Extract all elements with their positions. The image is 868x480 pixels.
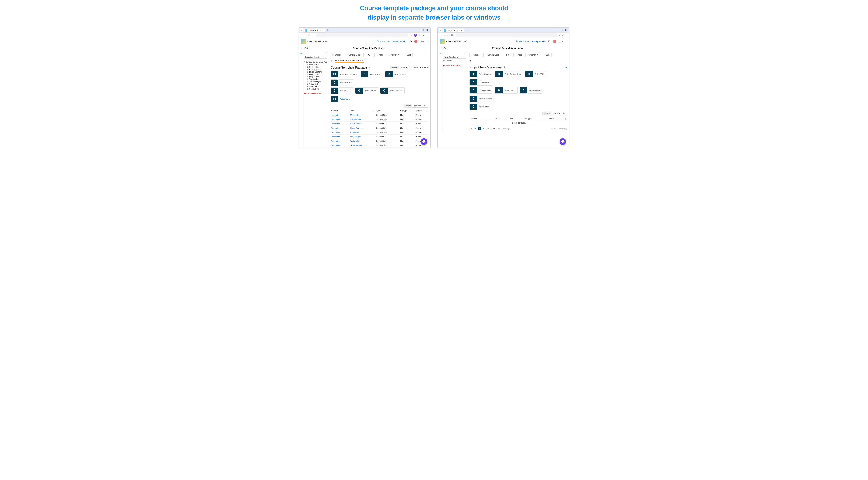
cell-task[interactable]: Basic Content (350, 123, 362, 125)
col-subtype[interactable]: Subtype⋮ (524, 116, 548, 121)
crumb-active[interactable]: 🗁 Course Template Package ✕ (335, 58, 364, 63)
pager-current[interactable]: 0 (478, 127, 481, 130)
cell-task[interactable]: Textbox Right (350, 144, 362, 146)
col-subtype[interactable]: Subtype⋮ (400, 109, 415, 113)
tree-item[interactable]: 🗎Image Left (304, 73, 327, 75)
browser-tab[interactable]: Course Builder ✕ (442, 29, 464, 32)
site-info-icon[interactable]: ⇆ (312, 34, 314, 37)
table-row[interactable]: TemplatesListed ContentContent SlideN/AA… (331, 126, 428, 130)
back-icon[interactable]: ← (300, 34, 303, 37)
stat-card[interactable]: 0Active Tasks (469, 104, 492, 110)
profile-chip[interactable]: A (414, 34, 417, 37)
extensions-icon[interactable]: ⧉ (419, 34, 420, 36)
tab-close-icon[interactable]: ✕ (322, 29, 323, 32)
col-menu-icon[interactable]: ⋮ (564, 117, 566, 120)
address-bar[interactable] (455, 33, 557, 37)
add-pdf-button[interactable]: +PDF (363, 53, 373, 57)
filter-active[interactable]: Active (404, 104, 412, 107)
col-chapter[interactable]: Chapter⋮ (469, 116, 493, 121)
cell-chapter[interactable]: Templates (331, 118, 340, 121)
close-window-icon[interactable]: ✕ (565, 29, 567, 31)
add-chapter-button[interactable]: +Chapter (331, 53, 343, 57)
add-video-button[interactable]: +Video (513, 53, 524, 57)
refresh-icon[interactable]: ⟳ (439, 53, 441, 55)
menu-icon[interactable]: ⋮ (427, 34, 429, 36)
whats-this-link[interactable]: ⓘWhat's This? (516, 40, 529, 43)
stat-card[interactable]: 0Active Questions (380, 88, 405, 94)
browser-tab[interactable]: Course Builder ✕ (304, 29, 325, 32)
cell-task[interactable]: Image Right (350, 136, 361, 138)
chat-icon[interactable]: 💬 (409, 40, 412, 42)
tree-item[interactable]: 🗎Textbox Right (304, 80, 327, 83)
state-inactive[interactable]: Inactive (399, 66, 409, 69)
stat-card[interactable]: 0Active Questions (469, 96, 494, 102)
filter-all[interactable]: All (561, 112, 567, 115)
table-row[interactable]: TemplatesImage LeftContent SlideN/AActiv… (331, 130, 428, 135)
stat-card[interactable]: 0Active Cards (495, 87, 518, 94)
tree-item[interactable]: 🗎Module Title (304, 63, 327, 66)
speedometer-icon[interactable]: ◔ (331, 59, 333, 62)
user-name[interactable]: Anna (559, 40, 563, 42)
star-icon[interactable]: ☆ (559, 34, 561, 36)
forward-icon[interactable]: → (443, 34, 446, 37)
avatar[interactable] (553, 40, 556, 43)
page-size-select[interactable]: 20 ▾ (490, 127, 496, 130)
stat-card[interactable]: 11Active Content Slides (331, 71, 359, 77)
tab-close-icon[interactable]: ✕ (461, 29, 462, 32)
add-video-button[interactable]: +Video (374, 53, 385, 57)
tree-item[interactable]: 🗎Section Title (304, 66, 327, 68)
request-help-link[interactable]: ☎Request Help (531, 40, 546, 42)
site-info-icon[interactable]: ⓘ (451, 34, 454, 37)
extensions-icon[interactable]: ⧉ (562, 34, 564, 36)
notif-icon[interactable]: ● (422, 34, 425, 37)
filter-icon[interactable]: ▽ (464, 52, 465, 54)
col-menu-icon[interactable]: ⋮ (521, 117, 523, 120)
col-menu-icon[interactable]: ⋮ (426, 110, 428, 112)
cell-task[interactable]: Listed Content (350, 127, 363, 129)
table-row[interactable]: TemplatesTextbox LeftContent SlideN/AAct… (331, 139, 428, 143)
add-quiz-button[interactable]: +Quiz (541, 53, 552, 57)
pager-first[interactable]: ⏮ (469, 127, 472, 130)
request-help-link[interactable]: ☎Request Help (393, 40, 407, 42)
stat-card[interactable]: 0Active Videos (385, 71, 408, 77)
col-status[interactable]: Status⋮ (548, 116, 567, 121)
cell-task[interactable]: Textbox Left (350, 140, 361, 142)
maximize-icon[interactable]: ▢ (422, 29, 424, 31)
cell-task[interactable]: Module Title (350, 114, 361, 116)
forward-icon[interactable]: → (304, 34, 307, 37)
add-quiz-button[interactable]: +Quiz (403, 53, 413, 57)
table-row[interactable]: TemplatesTextbox RightContent SlideN/AAc… (331, 143, 428, 148)
stat-card[interactable]: 0Active PDFs (361, 71, 383, 77)
user-caret-icon[interactable]: ⌄ (427, 40, 428, 42)
filter-inactive[interactable]: Inactive (412, 104, 423, 107)
filter-inactive[interactable]: Inactive (551, 112, 561, 115)
col-menu-icon[interactable]: ⋮ (505, 117, 507, 120)
reload-icon[interactable]: ⟳ (447, 34, 450, 37)
refresh-icon[interactable]: ⟳ (565, 66, 567, 69)
avatar[interactable] (414, 40, 417, 43)
minimize-icon[interactable]: — (417, 29, 420, 31)
stat-card[interactable]: 1Active Chapters (469, 71, 493, 77)
chat-fab[interactable]: 💬 (559, 138, 566, 145)
filter-icon[interactable]: ▽ (325, 52, 327, 54)
cell-chapter[interactable]: Templates (331, 114, 340, 116)
col-task[interactable]: Task⋮ (350, 109, 375, 113)
col-status[interactable]: Status⋮ (415, 109, 428, 113)
close-window-icon[interactable]: ✕ (426, 29, 428, 31)
state-toggle[interactable]: Active Inactive (390, 66, 409, 69)
stat-card[interactable]: 11Active Tasks (331, 96, 353, 102)
chat-icon[interactable]: 💬 (548, 40, 551, 42)
col-task[interactable]: Task⋮ (493, 116, 508, 121)
tree-item[interactable]: 🗎Basic Content (304, 68, 327, 71)
stat-card[interactable]: 0Active Cards (331, 88, 353, 94)
col-chapter[interactable]: Chapter⋮ (331, 109, 350, 113)
col-type[interactable]: Type⋮ (375, 109, 400, 113)
layouts-folder[interactable]: 🗀 Layouts (443, 59, 466, 62)
refresh-icon[interactable]: ⟳ (300, 53, 302, 55)
table-state-filter[interactable]: Active Inactive All (404, 104, 428, 108)
stat-card[interactable]: 0Active Quizzes (355, 88, 378, 94)
cancel-button[interactable]: ↶Cancel (420, 66, 428, 69)
cell-chapter[interactable]: Templates (331, 136, 340, 138)
cell-task[interactable]: Image Left (350, 131, 359, 133)
exit-button[interactable]: ⇤Exit (440, 46, 448, 50)
